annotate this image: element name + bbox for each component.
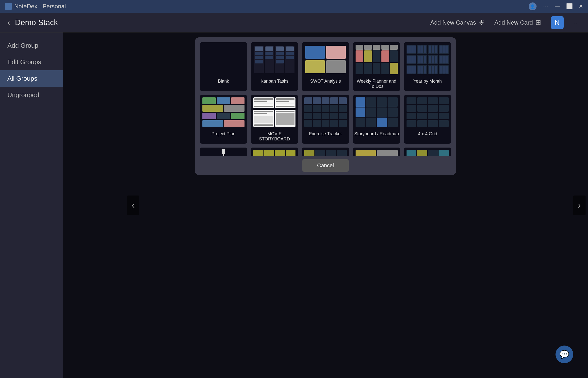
- template-kanban-preview: [251, 42, 298, 77]
- template-storyboard-name: MOVIE STORYBOARD: [251, 129, 298, 144]
- appbar: ‹ Demo Stack Add New Canvas ☀ Add New Ca…: [0, 13, 588, 32]
- templates-grid: Blank: [200, 42, 451, 156]
- template-kanban-name: Kanban Tasks: [251, 77, 298, 86]
- template-project-name: Project Plan: [200, 129, 247, 138]
- template-blank-name: Blank: [200, 77, 247, 86]
- template-mindmap2[interactable]: Mind Map 2: [200, 148, 247, 156]
- template-swot-name: SWOT Analysis: [302, 77, 349, 86]
- template-weekly-name: Weekly Planner and To Dos: [353, 77, 400, 91]
- template-ai-horizontal[interactable]: AI Horizontal: [404, 148, 451, 156]
- sidebar-item-ungrouped[interactable]: Ungrouped: [0, 87, 63, 103]
- template-horizontal-preview: [302, 148, 349, 156]
- template-ai-preview: [404, 148, 451, 156]
- nav-arrow-right[interactable]: ›: [573, 196, 586, 215]
- modal-overlay: Blank: [63, 32, 588, 378]
- sidebar-item-add-group[interactable]: Add Group: [0, 37, 63, 54]
- close-button[interactable]: ✕: [579, 3, 583, 10]
- template-roadmap[interactable]: Storyboard / Roadmap: [353, 95, 400, 144]
- appbar-right: Add New Canvas ☀ Add New Card ⊞ N ···: [430, 16, 581, 29]
- app-logo: [5, 3, 12, 10]
- template-4x4-name: 4 x 4 Grid: [404, 129, 451, 138]
- main-content: ‹ › Blank: [63, 32, 588, 378]
- add-card-action[interactable]: Add New Card ⊞: [494, 18, 541, 27]
- maximize-button[interactable]: ⬜: [566, 3, 573, 10]
- sidebar-item-edit-groups[interactable]: Edit Groups: [0, 54, 63, 70]
- add-canvas-action[interactable]: Add New Canvas ☀: [430, 18, 484, 27]
- modal-scroll-area[interactable]: Blank: [195, 37, 456, 156]
- more-dots-icon[interactable]: ···: [573, 19, 581, 26]
- template-roadmap-name: Storyboard / Roadmap: [353, 129, 400, 138]
- template-exercise[interactable]: Exercise Tracker: [302, 95, 349, 144]
- add-canvas-label: Add New Canvas: [430, 19, 476, 26]
- plus-icon: ⊞: [535, 18, 541, 27]
- template-weekly-preview: [353, 42, 400, 77]
- template-year-name: Year by Month: [404, 77, 451, 86]
- add-card-label: Add New Card: [494, 19, 533, 26]
- template-exercise-preview: [302, 95, 349, 129]
- template-kanban[interactable]: Kanban Tasks: [251, 42, 298, 91]
- nav-arrow-left[interactable]: ‹: [127, 196, 139, 215]
- sidebar-item-all-groups[interactable]: All Groups: [0, 70, 63, 87]
- template-4x4[interactable]: 4 x 4 Grid: [404, 95, 451, 144]
- template-vertical[interactable]: Vertical Plan: [251, 148, 298, 156]
- titlebar-more-icon[interactable]: ···: [542, 4, 549, 9]
- template-meeting-preview: [353, 148, 400, 156]
- template-project-preview: [200, 95, 247, 129]
- template-meeting[interactable]: Meeting Notes: [353, 148, 400, 156]
- template-storyboard-preview: [251, 95, 298, 129]
- template-project[interactable]: Project Plan: [200, 95, 247, 144]
- template-horizontal[interactable]: Horizontal Plan: [302, 148, 349, 156]
- titlebar-controls: 👤 ··· — ⬜ ✕: [529, 2, 583, 10]
- template-year[interactable]: Year by Month: [404, 42, 451, 91]
- titlebar: NoteDex - Personal 👤 ··· — ⬜ ✕: [0, 0, 588, 13]
- template-vertical-preview: [251, 148, 298, 156]
- template-storyboard[interactable]: MOVIE STORYBOARD: [251, 95, 298, 144]
- template-mindmap2-preview: [200, 148, 247, 156]
- sidebar: Add Group Edit Groups All Groups Ungroup…: [0, 32, 63, 378]
- template-exercise-name: Exercise Tracker: [302, 129, 349, 138]
- user-avatar[interactable]: 👤: [529, 2, 537, 10]
- brand-logo: N: [551, 16, 564, 29]
- modal-footer: Cancel: [195, 156, 456, 175]
- template-swot[interactable]: SWOT Analysis: [302, 42, 349, 91]
- cancel-button[interactable]: Cancel: [302, 159, 349, 172]
- template-modal: Blank: [195, 37, 456, 175]
- template-weekly[interactable]: Weekly Planner and To Dos: [353, 42, 400, 91]
- sun-icon: ☀: [478, 18, 485, 27]
- template-blank-preview: [200, 42, 247, 77]
- stack-title: Demo Stack: [15, 18, 58, 27]
- template-year-preview: [404, 42, 451, 77]
- template-4x4-preview: [404, 95, 451, 129]
- template-blank[interactable]: Blank: [200, 42, 247, 91]
- minimize-button[interactable]: —: [555, 3, 560, 10]
- app-title: NoteDex - Personal: [14, 3, 66, 10]
- template-roadmap-preview: [353, 95, 400, 129]
- chat-fab-button[interactable]: 💬: [555, 346, 573, 363]
- template-swot-preview: [302, 42, 349, 77]
- back-button[interactable]: ‹: [7, 18, 10, 27]
